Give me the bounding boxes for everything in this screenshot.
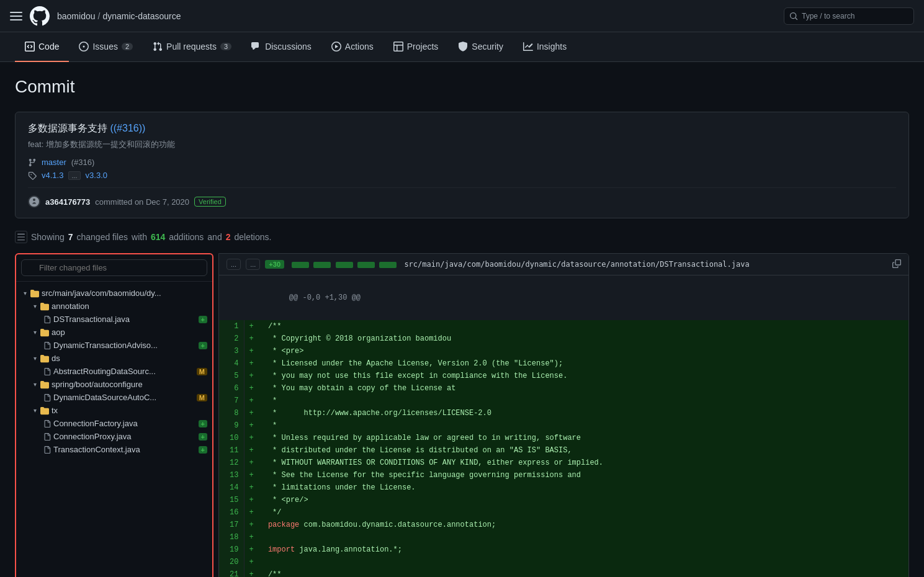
tree-file-dynamictransaction[interactable]: DynamicTransactionAdviso... + (36, 339, 212, 352)
breadcrumb: baomidou / dynamic-datasource (57, 11, 181, 21)
tab-security-label: Security (472, 42, 503, 51)
security-icon (458, 42, 468, 51)
tree-file-dstransactional[interactable]: DSTransactional.java + (36, 313, 212, 326)
commit-date: committed on Dec 7, 2020 (95, 197, 189, 207)
top-nav-left: baomidou / dynamic-datasource (10, 6, 776, 26)
diff-line-2: 2 + * Copyright © 2018 organization baom… (219, 333, 908, 345)
tree-folder-spring[interactable]: ▾ spring/boot/autoconfigure (26, 378, 212, 391)
file-tree: ▾ src/main/java/com/baomidou/dy... ▾ ann… (15, 253, 213, 577)
hamburger-button[interactable] (10, 10, 22, 22)
branch-link[interactable]: master (42, 158, 66, 167)
tree-folder-tx[interactable]: ▾ tx (26, 404, 212, 417)
tab-projects-label: Projects (407, 42, 439, 51)
diff-line-12: 12 + * WITHOUT WARRANTIES OR CONDITIONS … (219, 457, 908, 469)
org-link[interactable]: baomidou (57, 11, 96, 21)
tag-icon (28, 171, 37, 180)
tag-v330[interactable]: v3.3.0 (86, 171, 107, 180)
github-logo[interactable] (30, 6, 50, 26)
tab-actions[interactable]: Actions (321, 32, 384, 62)
diff-line-10: 10 + * Unless required by applicable law… (219, 432, 908, 444)
diff-line-1: 1 + /** (219, 320, 908, 333)
tag-v413[interactable]: v4.1.3 (42, 171, 63, 180)
diff-line-16: 16 + */ (219, 506, 908, 519)
chevron-down-icon: ▾ (34, 329, 37, 336)
tree-file-transactioncontext[interactable]: TransactionContext.java + (36, 443, 212, 456)
commit-title: 多数据源事务支持 ((#316)) (28, 122, 896, 135)
committer-hash[interactable]: a364176773 (45, 197, 90, 207)
diff-line-13: 13 + * See the License for the specific … (219, 469, 908, 481)
diff-line-20: 20 + (219, 556, 908, 568)
commit-description: feat: 增加多数据源统一提交和回滚的功能 (28, 139, 896, 150)
line-content-2: * Copyright © 2018 organization baomidou (259, 333, 908, 345)
diff-line-11: 11 + * distributed under the License is … (219, 444, 908, 457)
breadcrumb-sep: / (98, 11, 101, 21)
pull-requests-badge: 3 (220, 43, 231, 50)
tab-issues-label: Issues (92, 42, 117, 51)
chevron-down-icon: ▾ (34, 407, 37, 414)
copy-path-button[interactable] (892, 259, 901, 270)
tab-code[interactable]: Code (15, 32, 69, 62)
tab-security[interactable]: Security (448, 32, 513, 62)
file-dstransactional-name: DSTransactional.java (53, 315, 130, 324)
file-dynamictransaction-name: DynamicTransactionAdviso... (53, 341, 158, 350)
file-filter-input[interactable] (21, 259, 207, 276)
folder-icon (40, 302, 49, 311)
tree-folder-annotation[interactable]: ▾ annotation (26, 300, 212, 313)
discussions-icon (251, 42, 261, 51)
branch-icon (28, 158, 37, 167)
folder-annotation-name: annotation (52, 302, 89, 311)
additions-label: additions (169, 232, 204, 242)
file-icon (43, 342, 51, 349)
tab-issues[interactable]: Issues 2 (69, 32, 143, 62)
diff-line-6: 6 + * You may obtain a copy of the Licen… (219, 382, 908, 395)
tree-file-abstractrouting[interactable]: AbstractRoutingDataSourc... M (36, 365, 212, 378)
page-title: Commit (15, 77, 909, 97)
hunk-header: @@ -0,0 +1,30 @@ (289, 293, 361, 302)
diff-line-3: 3 + * <pre> (219, 345, 908, 357)
tree-folder-aop[interactable]: ▾ aop (26, 326, 212, 339)
deletions-label: deletions. (234, 232, 271, 242)
tree-file-connectionproxy[interactable]: ConnectionProxy.java + (36, 430, 212, 443)
diff-collapse-btn-1[interactable]: ... (227, 259, 241, 270)
folder-icon (40, 354, 49, 363)
secondary-nav: Code Issues 2 Pull requests 3 Discussion… (0, 32, 924, 62)
search-icon (789, 12, 798, 20)
file-abstractrouting-badge: M (197, 368, 207, 375)
diff-collapse-btn-2[interactable]: ... (246, 259, 260, 270)
tags-more[interactable]: ... (68, 171, 80, 180)
with-text: with (132, 232, 147, 242)
file-connectionproxy-badge: + (199, 433, 207, 441)
avatar (28, 195, 40, 208)
repo-link[interactable]: dynamic-datasource (102, 11, 181, 21)
tree-file-dynamicdatasource[interactable]: DynamicDataSourceAutoC... M (36, 391, 212, 404)
tab-actions-label: Actions (345, 42, 374, 51)
circle-icon (79, 42, 89, 51)
showing-text: Showing (31, 232, 65, 242)
search-wrap (21, 259, 207, 276)
diff-table: @@ -0,0 +1,30 @@ 1 + /** 2 + * Copyright… (219, 275, 908, 577)
tab-projects[interactable]: Projects (384, 32, 449, 62)
diff-toggle[interactable] (15, 231, 27, 243)
tab-discussions-label: Discussions (265, 42, 312, 51)
branch-row: master (#316) (28, 158, 896, 167)
tree-root-folder[interactable]: ▾ src/main/java/com/baomidou/dy... (16, 287, 212, 300)
global-search[interactable]: Type / to search (784, 7, 914, 25)
diff-line-7: 7 + * (219, 395, 908, 407)
tags-row: v4.1.3 ... v3.3.0 (28, 171, 896, 180)
file-abstractrouting-name: AbstractRoutingDataSourc... (53, 367, 156, 376)
file-icon (43, 433, 51, 441)
file-tree-search (16, 254, 212, 282)
tab-discussions[interactable]: Discussions (241, 32, 321, 62)
tab-pull-requests-label: Pull requests (166, 42, 217, 51)
additions-count: 614 (151, 232, 165, 242)
diff-expand-row: @@ -0,0 +1,30 @@ (219, 275, 908, 320)
commit-title-link[interactable]: ((#316)) (110, 123, 145, 133)
tab-insights[interactable]: Insights (513, 32, 576, 62)
line-num-1: 1 (219, 320, 244, 333)
tab-pull-requests[interactable]: Pull requests 3 (143, 32, 241, 62)
tree-file-connectionfactory[interactable]: ConnectionFactory.java + (36, 417, 212, 430)
diff-line-15: 15 + * <pre/> (219, 494, 908, 506)
tree-folder-ds[interactable]: ▾ ds (26, 352, 212, 365)
commit-meta: master (#316) v4.1.3 ... v3.3.0 (28, 158, 896, 180)
diff-summary: Showing 7 changed files with 614 additio… (15, 231, 909, 243)
